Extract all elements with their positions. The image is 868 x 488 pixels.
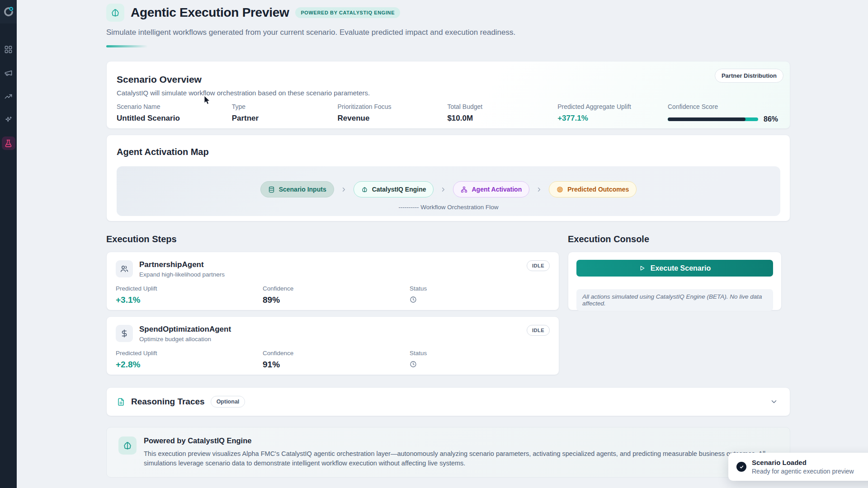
page-subtitle: Simulate intelligent workflows generated… [106,28,790,37]
chevron-right-icon [536,186,542,193]
param-label: Total Budget [447,103,557,110]
param-prioritization-focus: Prioritization Focus Revenue [338,103,448,123]
param-label: Type [232,103,338,110]
param-label: Prioritization Focus [338,103,448,110]
flow-node-label: Agent Activation [472,186,522,193]
param-value: Partner [232,114,338,123]
users-icon [116,260,133,277]
flow-node-catalystiq-engine[interactable]: CatalystIQ Engine [354,181,434,197]
execution-console-card: Execute Scenario All actions simulated u… [568,252,782,310]
activation-map-panel: Scenario Inputs CatalystIQ Engine [117,166,780,216]
app-sidebar [0,0,17,488]
param-label: Confidence Score [668,103,778,110]
param-total-budget: Total Budget $10.0M [447,103,557,123]
check-circle-icon [736,462,746,472]
metric-label: Status [410,285,427,292]
execute-scenario-label: Execute Scenario [651,264,711,272]
file-text-icon [117,398,125,406]
main-content: Agentic Execution Preview POWERED BY CAT… [106,0,790,47]
param-value: Untitled Scenario [117,114,232,123]
scenario-params: Scenario Name Untitled Scenario Type Par… [117,103,778,123]
param-value: +377.1% [557,114,668,123]
clock-icon [410,296,427,303]
brain-icon [361,186,368,193]
sidebar-item-performance[interactable] [2,89,15,103]
page-header: Agentic Execution Preview POWERED BY CAT… [106,4,790,22]
flow-node-label: Scenario Inputs [279,186,326,193]
metric-label: Confidence [263,350,410,357]
activation-map-title: Agent Activation Map [117,147,780,157]
metric-value: 91% [263,360,410,370]
metric-value: +2.8% [116,360,263,370]
footer-text: Powered by CatalystIQ Engine This execut… [144,436,777,477]
brain-icon [118,436,137,455]
agent-heading: SpendOptimizationAgent Optimize budget a… [139,325,231,343]
status-badge: IDLE [527,260,550,271]
sidebar-item-scenario-lab[interactable] [2,136,15,150]
param-value: Revenue [338,114,448,123]
status-badge: IDLE [527,325,550,336]
powered-by-badge: POWERED BY CATALYSTIQ ENGINE [295,7,400,18]
brain-icon [106,4,124,22]
flow-node-label: CatalystIQ Engine [372,186,426,193]
metric-confidence: Confidence 89% [263,285,410,305]
toast-scenario-loaded[interactable]: Scenario Loaded Ready for agentic execut… [728,453,868,481]
param-scenario-name: Scenario Name Untitled Scenario [117,103,232,123]
param-label: Scenario Name [117,103,232,110]
metric-predicted-uplift: Predicted Uplift +2.8% [116,350,263,370]
chevron-down-icon[interactable] [770,398,778,406]
toast-subtitle: Ready for agentic execution preview [752,468,854,475]
execution-console-title: Execution Console [568,234,649,244]
sparkles-icon [4,116,13,124]
param-predicted-uplift: Predicted Aggregate Uplift +377.1% [557,103,668,123]
flow-node-scenario-inputs[interactable]: Scenario Inputs [260,181,334,197]
scenario-overview-title: Scenario Overview [117,74,778,85]
trending-up-icon [4,92,13,101]
reasoning-traces-card[interactable]: Reasoning Traces Optional [106,387,790,416]
logo-icon [3,6,14,18]
workflow-pipeline: Scenario Inputs CatalystIQ Engine [117,181,780,197]
optional-badge: Optional [211,396,245,408]
scenario-overview-card: Scenario Overview CatalystIQ will simula… [106,61,790,129]
simulation-disclaimer: All actions simulated using CatalystIQ E… [576,289,773,311]
metric-value: +3.1% [116,295,263,305]
sidebar-item-ai-insights[interactable] [2,113,15,127]
footer-body: This execution preview visualizes Alpha … [144,449,777,468]
metric-predicted-uplift: Predicted Uplift +3.1% [116,285,263,305]
metric-label: Confidence [263,285,410,292]
agent-heading: PartnershipAgent Expand high-likelihood … [139,260,225,278]
agent-card-partnership: PartnershipAgent Expand high-likelihood … [106,252,559,310]
accent-underline [106,45,148,47]
agent-activation-map-card: Agent Activation Map Scenario Inputs [106,135,790,221]
chevron-right-icon [440,186,447,193]
megaphone-icon [4,69,13,77]
metric-status: Status [410,350,427,370]
agent-name: PartnershipAgent [139,260,225,269]
param-label: Predicted Aggregate Uplift [557,103,668,110]
flow-node-predicted-outcomes[interactable]: Predicted Outcomes [549,181,637,197]
flow-node-label: Predicted Outcomes [567,186,629,193]
clock-icon [410,361,427,368]
scenario-overview-subtitle: CatalystIQ will simulate workflow orches… [117,89,778,97]
sidebar-item-campaigns[interactable] [2,66,15,80]
partner-distribution-badge: Partner Distribution [715,69,783,83]
confidence-value: 86% [764,115,778,123]
powered-by-footer: Powered by CatalystIQ Engine This execut… [106,427,790,478]
chevron-right-icon [340,186,347,193]
agent-description: Expand high-likelihood partners [139,271,225,278]
play-icon [639,265,646,272]
target-icon [557,186,563,193]
execute-scenario-button[interactable]: Execute Scenario [576,260,773,277]
workflow-caption: ---------- Workflow Orchestration Flow [117,204,780,211]
param-type: Type Partner [232,103,338,123]
metric-label: Predicted Uplift [116,350,263,357]
flow-node-agent-activation[interactable]: Agent Activation [453,181,529,197]
metric-label: Status [410,350,427,357]
dollar-sign-icon [116,325,133,342]
footer-title: Powered by CatalystIQ Engine [144,436,777,445]
database-icon [268,186,275,193]
metric-value: 89% [263,295,410,305]
metric-confidence: Confidence 91% [263,350,410,370]
sidebar-item-dashboard[interactable] [2,42,15,56]
app-logo[interactable] [0,0,17,23]
